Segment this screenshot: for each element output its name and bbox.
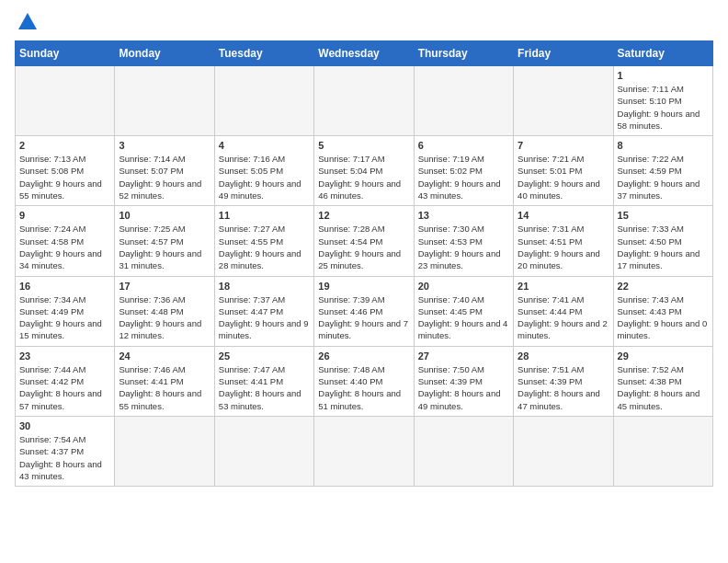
day-info: Sunrise: 7:41 AM Sunset: 4:44 PM Dayligh… [518,293,609,342]
day-number: 11 [219,210,310,221]
day-info: Sunrise: 7:36 AM Sunset: 4:48 PM Dayligh… [119,293,210,342]
calendar-day-cell [115,416,214,486]
calendar-day-cell: 17Sunrise: 7:36 AM Sunset: 4:48 PM Dayli… [115,276,214,346]
calendar-day-cell: 18Sunrise: 7:37 AM Sunset: 4:47 PM Dayli… [214,276,313,346]
day-of-week-header: Tuesday [214,41,313,66]
day-info: Sunrise: 7:52 AM Sunset: 4:38 PM Dayligh… [618,363,709,412]
calendar-day-cell [214,66,313,136]
day-info: Sunrise: 7:24 AM Sunset: 4:58 PM Dayligh… [19,223,110,271]
calendar-day-cell [514,66,613,136]
day-number: 24 [119,350,210,362]
day-number: 5 [318,140,409,151]
day-of-week-header: Wednesday [314,41,414,66]
day-of-week-header: Sunday [16,41,115,66]
day-number: 6 [418,140,509,151]
day-number: 27 [418,350,509,362]
day-number: 28 [518,350,609,362]
day-number: 20 [418,281,509,292]
day-number: 25 [219,350,310,362]
day-number: 21 [518,281,609,292]
calendar-day-cell [414,416,513,486]
day-of-week-header: Thursday [414,41,513,66]
day-info: Sunrise: 7:22 AM Sunset: 4:59 PM Dayligh… [618,153,709,201]
day-info: Sunrise: 7:47 AM Sunset: 4:41 PM Dayligh… [219,363,310,412]
calendar-day-cell: 11Sunrise: 7:27 AM Sunset: 4:55 PM Dayli… [214,206,313,276]
day-number: 16 [19,281,110,292]
calendar-week-row: 1Sunrise: 7:11 AM Sunset: 5:10 PM Daylig… [16,66,713,136]
calendar-week-row: 30Sunrise: 7:54 AM Sunset: 4:37 PM Dayli… [16,416,713,486]
calendar-day-cell: 9Sunrise: 7:24 AM Sunset: 4:58 PM Daylig… [16,206,115,276]
calendar-day-cell: 3Sunrise: 7:14 AM Sunset: 5:07 PM Daylig… [115,136,214,206]
day-info: Sunrise: 7:31 AM Sunset: 4:51 PM Dayligh… [518,223,609,271]
day-info: Sunrise: 7:21 AM Sunset: 5:01 PM Dayligh… [518,153,609,201]
calendar-day-cell [214,416,313,486]
day-number: 8 [618,140,709,151]
calendar-day-cell: 27Sunrise: 7:50 AM Sunset: 4:39 PM Dayli… [414,346,513,416]
day-info: Sunrise: 7:50 AM Sunset: 4:39 PM Dayligh… [418,363,509,412]
calendar-day-cell: 7Sunrise: 7:21 AM Sunset: 5:01 PM Daylig… [514,136,613,206]
day-info: Sunrise: 7:54 AM Sunset: 4:37 PM Dayligh… [19,433,110,482]
day-number: 9 [19,210,110,221]
calendar-day-cell: 2Sunrise: 7:13 AM Sunset: 5:08 PM Daylig… [16,136,115,206]
day-info: Sunrise: 7:34 AM Sunset: 4:49 PM Dayligh… [19,293,110,342]
calendar-day-cell [314,66,414,136]
day-number: 2 [19,140,110,151]
calendar-week-row: 23Sunrise: 7:44 AM Sunset: 4:42 PM Dayli… [16,346,713,416]
logo-triangle-icon [18,13,37,29]
day-number: 13 [418,210,509,221]
calendar-body: 1Sunrise: 7:11 AM Sunset: 5:10 PM Daylig… [16,66,713,487]
day-info: Sunrise: 7:25 AM Sunset: 4:57 PM Dayligh… [119,223,210,271]
calendar-week-row: 16Sunrise: 7:34 AM Sunset: 4:49 PM Dayli… [16,276,713,346]
calendar-week-row: 9Sunrise: 7:24 AM Sunset: 4:58 PM Daylig… [16,206,713,276]
day-number: 29 [618,350,709,362]
calendar-day-cell: 15Sunrise: 7:33 AM Sunset: 4:50 PM Dayli… [613,206,712,276]
day-info: Sunrise: 7:19 AM Sunset: 5:02 PM Dayligh… [418,153,509,201]
day-number: 19 [318,281,409,292]
day-info: Sunrise: 7:11 AM Sunset: 5:10 PM Dayligh… [618,83,709,132]
calendar-day-cell: 14Sunrise: 7:31 AM Sunset: 4:51 PM Dayli… [514,206,613,276]
calendar-day-cell: 1Sunrise: 7:11 AM Sunset: 5:10 PM Daylig… [613,66,712,136]
day-info: Sunrise: 7:33 AM Sunset: 4:50 PM Dayligh… [618,223,709,271]
day-of-week-header: Saturday [613,41,712,66]
day-number: 17 [119,281,210,292]
calendar-day-cell [514,416,613,486]
day-number: 10 [119,210,210,221]
day-number: 12 [318,210,409,221]
page-header [15,15,713,29]
calendar-day-cell: 26Sunrise: 7:48 AM Sunset: 4:40 PM Dayli… [314,346,414,416]
calendar-day-cell: 21Sunrise: 7:41 AM Sunset: 4:44 PM Dayli… [514,276,613,346]
day-of-week-header: Friday [514,41,613,66]
day-number: 3 [119,140,210,151]
calendar-day-cell: 10Sunrise: 7:25 AM Sunset: 4:57 PM Dayli… [115,206,214,276]
logo [15,15,37,29]
day-info: Sunrise: 7:14 AM Sunset: 5:07 PM Dayligh… [119,153,210,201]
calendar-day-cell: 12Sunrise: 7:28 AM Sunset: 4:54 PM Dayli… [314,206,414,276]
day-number: 14 [518,210,609,221]
calendar-day-cell [115,66,214,136]
calendar-table: SundayMondayTuesdayWednesdayThursdayFrid… [15,40,713,487]
day-info: Sunrise: 7:51 AM Sunset: 4:39 PM Dayligh… [518,363,609,412]
calendar-day-cell [414,66,513,136]
day-info: Sunrise: 7:40 AM Sunset: 4:45 PM Dayligh… [418,293,509,342]
day-number: 4 [219,140,310,151]
calendar-day-cell: 16Sunrise: 7:34 AM Sunset: 4:49 PM Dayli… [16,276,115,346]
calendar-day-cell: 20Sunrise: 7:40 AM Sunset: 4:45 PM Dayli… [414,276,513,346]
day-info: Sunrise: 7:39 AM Sunset: 4:46 PM Dayligh… [318,293,409,342]
day-number: 7 [518,140,609,151]
calendar-day-cell: 23Sunrise: 7:44 AM Sunset: 4:42 PM Dayli… [16,346,115,416]
calendar-day-cell: 19Sunrise: 7:39 AM Sunset: 4:46 PM Dayli… [314,276,414,346]
calendar-day-cell: 8Sunrise: 7:22 AM Sunset: 4:59 PM Daylig… [613,136,712,206]
calendar-header: SundayMondayTuesdayWednesdayThursdayFrid… [16,41,713,66]
day-info: Sunrise: 7:44 AM Sunset: 4:42 PM Dayligh… [19,363,110,412]
calendar-day-cell: 29Sunrise: 7:52 AM Sunset: 4:38 PM Dayli… [613,346,712,416]
day-info: Sunrise: 7:48 AM Sunset: 4:40 PM Dayligh… [318,363,409,412]
day-info: Sunrise: 7:28 AM Sunset: 4:54 PM Dayligh… [318,223,409,271]
calendar-day-cell: 5Sunrise: 7:17 AM Sunset: 5:04 PM Daylig… [314,136,414,206]
calendar-day-cell: 6Sunrise: 7:19 AM Sunset: 5:02 PM Daylig… [414,136,513,206]
day-info: Sunrise: 7:27 AM Sunset: 4:55 PM Dayligh… [219,223,310,271]
calendar-day-cell: 24Sunrise: 7:46 AM Sunset: 4:41 PM Dayli… [115,346,214,416]
day-number: 23 [19,350,110,362]
calendar-day-cell [314,416,414,486]
day-number: 22 [618,281,709,292]
day-info: Sunrise: 7:17 AM Sunset: 5:04 PM Dayligh… [318,153,409,201]
